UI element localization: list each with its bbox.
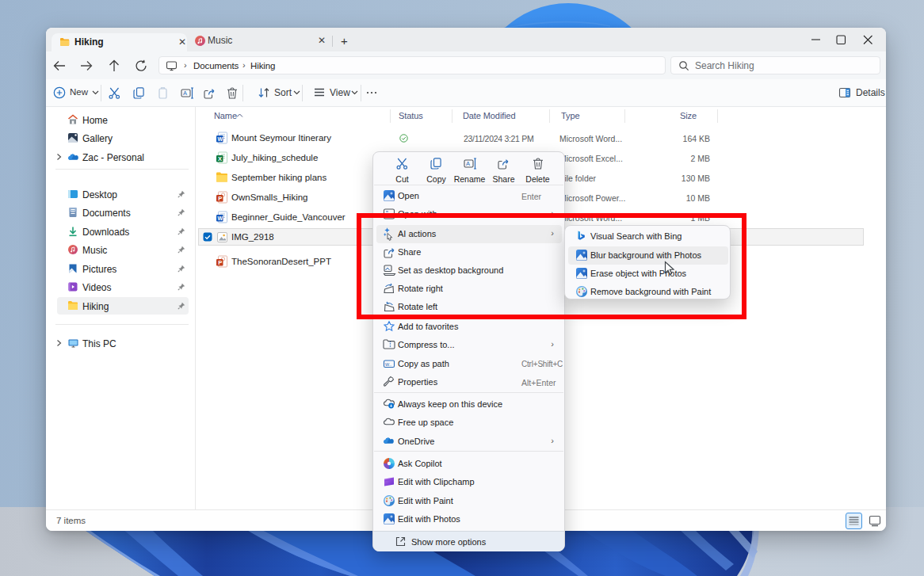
svg-text:A: A — [183, 90, 187, 97]
svg-text:W: W — [218, 216, 223, 221]
svg-text:W..: W.. — [385, 362, 391, 367]
svg-text:P: P — [218, 259, 222, 266]
svg-text:P: P — [218, 195, 222, 202]
svg-text:A: A — [466, 160, 470, 167]
svg-text:W: W — [218, 136, 223, 142]
svg-text:X: X — [218, 155, 222, 162]
